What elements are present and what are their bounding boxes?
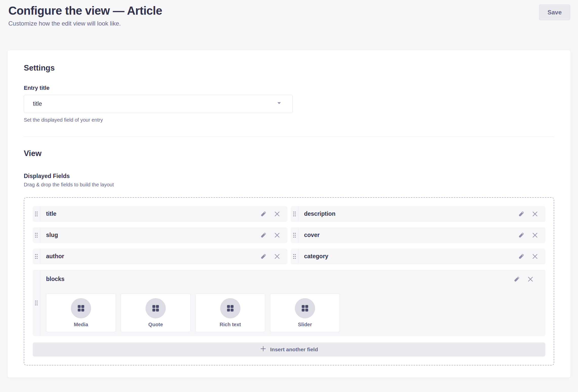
pencil-icon — [518, 210, 525, 218]
drag-handle-icon[interactable] — [291, 206, 298, 222]
displayed-fields-hint: Drag & drop the fields to build the layo… — [24, 182, 554, 188]
component-name: Quote — [148, 322, 163, 328]
close-icon — [273, 231, 281, 239]
close-icon — [531, 253, 539, 260]
edit-field-button[interactable] — [511, 273, 523, 285]
caret-down-icon — [276, 100, 282, 107]
remove-field-button[interactable] — [529, 208, 541, 220]
component-card-quote: Quote — [121, 294, 191, 332]
field-name: title — [40, 210, 56, 217]
pencil-icon — [518, 253, 525, 260]
entry-title-select[interactable]: title — [24, 95, 293, 113]
component-name: Rich text — [220, 322, 241, 328]
pencil-icon — [260, 231, 267, 239]
field-row-description[interactable]: description — [291, 206, 546, 222]
view-heading: View — [24, 149, 554, 158]
component-card-rich-text: Rich text — [195, 294, 265, 332]
remove-field-button[interactable] — [529, 229, 541, 241]
field-row-author[interactable]: author — [33, 249, 287, 264]
drag-handle-icon[interactable] — [33, 249, 40, 264]
component-grid-icon — [295, 298, 315, 318]
remove-field-button[interactable] — [271, 229, 283, 241]
drag-handle-icon[interactable] — [291, 227, 298, 243]
plus-icon — [260, 345, 266, 353]
edit-field-button[interactable] — [515, 229, 527, 241]
close-icon — [273, 210, 281, 218]
page-title: Configure the view — Article — [8, 4, 570, 17]
pencil-icon — [518, 231, 525, 239]
field-name: category — [298, 253, 328, 260]
edit-field-button[interactable] — [258, 251, 269, 262]
edit-field-button[interactable] — [515, 208, 527, 220]
pencil-icon — [260, 253, 267, 260]
settings-heading: Settings — [24, 63, 554, 73]
component-grid-icon — [220, 298, 240, 318]
insert-another-field-button[interactable]: Insert another field — [33, 342, 545, 357]
component-name: Slider — [298, 322, 312, 328]
entry-title-label: Entry title — [24, 85, 554, 91]
page-subtitle: Customize how the edit view will look li… — [8, 20, 570, 27]
component-cards: Media Quote Rich text — [46, 294, 541, 332]
field-row-blocks[interactable]: blocks Media — [33, 270, 545, 336]
page-header: Configure the view — Article Customize h… — [0, 0, 578, 27]
component-grid-icon — [71, 298, 91, 318]
remove-field-button[interactable] — [271, 251, 283, 262]
save-button[interactable]: Save — [539, 5, 570, 20]
insert-another-field-label: Insert another field — [270, 346, 318, 353]
drag-handle-icon[interactable] — [291, 249, 298, 264]
drag-handle-icon[interactable] — [33, 206, 40, 222]
field-row-category[interactable]: category — [291, 249, 546, 264]
entry-title-value: title — [33, 100, 42, 107]
remove-field-button[interactable] — [525, 273, 536, 285]
drag-handle-icon[interactable] — [33, 270, 40, 336]
field-name: cover — [298, 232, 320, 238]
edit-field-button[interactable] — [258, 229, 269, 241]
configuration-card: Settings Entry title title Set the displ… — [8, 50, 570, 378]
component-card-slider: Slider — [270, 294, 340, 332]
component-name: Media — [74, 322, 88, 328]
fields-grid: title description — [33, 206, 545, 357]
section-divider — [24, 137, 554, 137]
field-row-cover[interactable]: cover — [291, 227, 546, 243]
edit-field-button[interactable] — [515, 251, 527, 262]
fields-dropzone: title description — [24, 197, 554, 365]
close-icon — [273, 253, 281, 260]
entry-title-hint: Set the displayed field of your entry — [24, 117, 554, 123]
field-name: author — [40, 253, 64, 260]
remove-field-button[interactable] — [271, 208, 283, 220]
remove-field-button[interactable] — [529, 251, 541, 262]
close-icon — [531, 231, 539, 239]
close-icon — [531, 210, 539, 218]
field-name: description — [298, 210, 336, 217]
edit-field-button[interactable] — [258, 208, 269, 220]
close-icon — [527, 275, 534, 283]
pencil-icon — [260, 210, 267, 218]
field-row-title[interactable]: title — [33, 206, 287, 222]
component-grid-icon — [146, 298, 166, 318]
component-card-media: Media — [46, 294, 116, 332]
displayed-fields-label: Displayed Fields — [24, 173, 554, 180]
field-row-slug[interactable]: slug — [33, 227, 287, 243]
field-name: slug — [40, 232, 58, 238]
pencil-icon — [513, 275, 521, 283]
drag-handle-icon[interactable] — [33, 227, 40, 243]
field-name: blocks — [46, 276, 65, 282]
